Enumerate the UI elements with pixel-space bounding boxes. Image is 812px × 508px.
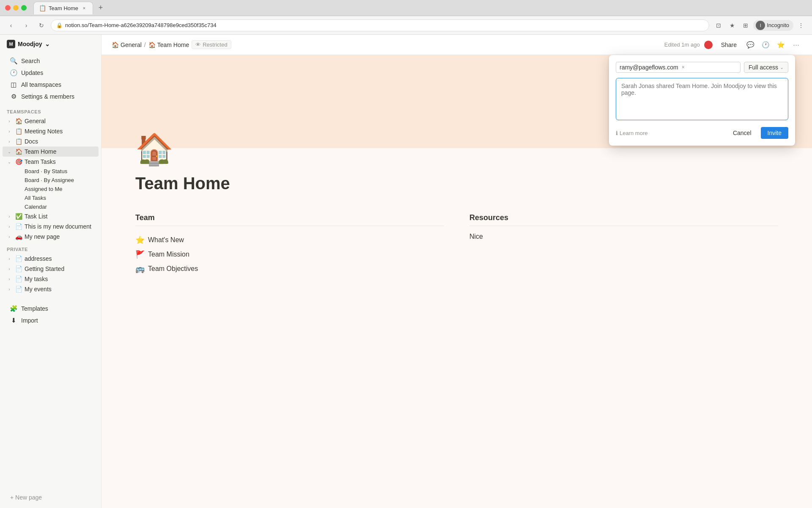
chip-close-button[interactable]: × — [682, 64, 685, 70]
learn-more-link[interactable]: ℹ Learn more — [616, 130, 647, 136]
refresh-button[interactable]: ↻ — [36, 19, 47, 31]
sidebar-item-teamspaces-label: All teamspaces — [21, 81, 61, 88]
page-title: Team Home — [135, 174, 778, 193]
sidebar-item-import[interactable]: ⬇ Import — [3, 315, 99, 326]
sidebar-item-getting-started[interactable]: › 📄 Getting Started — [3, 264, 99, 274]
sidebar: M Moodjoy ⌄ 🔍 Search 🕐 Updates ◫ All tea… — [0, 35, 102, 508]
favorite-button[interactable]: ⭐ — [775, 39, 787, 51]
sidebar-item-search[interactable]: 🔍 Search — [3, 55, 99, 67]
screen-cast-icon[interactable]: ⊡ — [713, 19, 724, 31]
chevron-right-icon: › — [6, 224, 13, 229]
comment-button[interactable]: 💬 — [744, 39, 756, 51]
history-button[interactable]: 🕐 — [760, 39, 771, 51]
team-mission-label: Team Mission — [148, 251, 189, 258]
getting-started-icon: 📄 — [14, 265, 23, 272]
teamspaces-icon: ◫ — [9, 81, 18, 88]
sidebar-item-calendar[interactable]: Calendar — [3, 202, 99, 211]
sidebar-item-board-by-assignee[interactable]: Board · By Assignee — [3, 176, 99, 185]
new-page-button[interactable]: + New page — [7, 492, 94, 503]
browser-titlebar: 📋 Team Home × + — [0, 0, 812, 16]
general-icon: 🏠 — [14, 118, 23, 124]
access-chevron-icon: ⌄ — [780, 65, 784, 70]
sidebar-item-settings[interactable]: ⚙ Settings & members — [3, 91, 99, 102]
all-tasks-label: All Tasks — [25, 195, 46, 201]
more-options-button[interactable]: ⋮ — [795, 19, 807, 31]
import-label: Import — [21, 317, 38, 324]
sidebar-item-templates[interactable]: 🧩 Templates — [3, 303, 99, 315]
breadcrumb-team-home[interactable]: 🏠 Team Home — [148, 41, 189, 48]
avatar-stack — [703, 40, 713, 50]
sidebar-item-meeting-notes[interactable]: › 📋 Meeting Notes — [3, 126, 99, 136]
tab-close-button[interactable]: × — [81, 5, 88, 11]
email-chip-text: ramy@pageflows.com — [620, 64, 678, 71]
whats-new-link[interactable]: ⭐ What's New — [135, 233, 444, 247]
general-label: General — [25, 118, 46, 124]
invite-footer-buttons: Cancel Invite — [727, 127, 788, 139]
invite-popover: ramy@pageflows.com × Full access ⌄ ℹ Lea… — [609, 55, 795, 146]
restricted-badge[interactable]: 👁 Restricted — [192, 40, 231, 49]
chevron-down-icon: ⌄ — [6, 160, 13, 164]
tab-bar: 📋 Team Home × + — [33, 0, 107, 16]
chevron-right-icon: › — [6, 119, 13, 124]
sidebar-item-new-doc[interactable]: › 📄 This is my new document — [3, 221, 99, 232]
share-button[interactable]: Share — [717, 40, 741, 50]
more-options-button[interactable]: ⋯ — [790, 39, 802, 51]
my-new-page-label: My new page — [25, 233, 60, 240]
access-dropdown[interactable]: Full access ⌄ — [744, 62, 788, 73]
sidebar-item-addresses[interactable]: › 📄 addresses — [3, 254, 99, 264]
browser-toolbar: ‹ › ↻ 🔒 notion.so/Team-Home-a626e39209a7… — [0, 16, 812, 35]
cancel-button[interactable]: Cancel — [727, 127, 757, 139]
sidebar-item-assigned-to-me[interactable]: Assigned to Me — [3, 185, 99, 193]
sidebar-item-my-events[interactable]: › 📄 My events — [3, 284, 99, 294]
invite-button[interactable]: Invite — [761, 127, 788, 139]
resources-column-title: Resources — [469, 213, 778, 226]
sidebar-item-task-list[interactable]: › ✅ Task List — [3, 211, 99, 221]
new-tab-button[interactable]: + — [95, 2, 107, 14]
breadcrumb: 🏠 General / 🏠 Team Home 👁 Restricted — [112, 40, 231, 49]
team-objectives-link[interactable]: 🚌 Team Objectives — [135, 262, 444, 276]
team-objectives-icon: 🚌 — [135, 264, 145, 273]
sidebar-item-updates[interactable]: 🕐 Updates — [3, 67, 99, 79]
team-mission-link[interactable]: 🚩 Team Mission — [135, 247, 444, 262]
invite-message-input[interactable] — [616, 78, 788, 120]
team-mission-icon: 🚩 — [135, 250, 145, 259]
close-window-button[interactable] — [5, 5, 11, 11]
sidebar-item-team-tasks[interactable]: ⌄ 🎯 Team Tasks — [3, 157, 99, 167]
extension-icon[interactable]: ⊞ — [740, 19, 752, 31]
page-header: 🏠 General / 🏠 Team Home 👁 Restricted Edi… — [102, 35, 812, 55]
private-section-title: Private — [0, 242, 101, 254]
sidebar-item-all-teamspaces[interactable]: ◫ All teamspaces — [3, 79, 99, 91]
sidebar-item-my-new-page[interactable]: › 🚗 My new page — [3, 232, 99, 242]
docs-icon: 📋 — [14, 138, 23, 145]
teamspaces-section-title: Teamspaces — [0, 104, 101, 116]
sidebar-item-my-tasks[interactable]: › 📄 My tasks — [3, 274, 99, 284]
sidebar-item-general[interactable]: › 🏠 General — [3, 116, 99, 126]
addresses-label: addresses — [25, 255, 52, 262]
sidebar-item-all-tasks[interactable]: All Tasks — [3, 193, 99, 202]
getting-started-label: Getting Started — [25, 265, 64, 272]
sidebar-item-team-home[interactable]: ⌄ 🏠 Team Home — [3, 146, 99, 157]
new-page-label: + New page — [10, 494, 42, 501]
email-chip[interactable]: ramy@pageflows.com × — [616, 62, 741, 73]
back-button[interactable]: ‹ — [5, 19, 17, 31]
task-list-label: Task List — [25, 213, 47, 220]
forward-button[interactable]: › — [20, 19, 32, 31]
maximize-window-button[interactable] — [21, 5, 27, 11]
browser-tab[interactable]: 📋 Team Home × — [33, 2, 93, 14]
updates-icon: 🕐 — [9, 69, 18, 77]
minimize-window-button[interactable] — [13, 5, 19, 11]
sidebar-nav: 🔍 Search 🕐 Updates ◫ All teamspaces ⚙ Se… — [0, 53, 101, 104]
team-column: Team ⭐ What's New 🚩 Team Mission 🚌 — [135, 213, 444, 276]
address-bar[interactable]: 🔒 notion.so/Team-Home-a626e39209a748798e… — [51, 19, 709, 31]
sidebar-item-docs[interactable]: › 📋 Docs — [3, 136, 99, 146]
import-icon: ⬇ — [9, 317, 18, 324]
profile-button[interactable]: I Incognito — [753, 20, 793, 31]
bookmark-icon[interactable]: ★ — [726, 19, 738, 31]
docs-label: Docs — [25, 138, 38, 145]
breadcrumb-general[interactable]: 🏠 General — [112, 41, 142, 48]
team-column-title: Team — [135, 213, 444, 226]
my-new-page-icon: 🚗 — [14, 233, 23, 240]
workspace-selector[interactable]: M Moodjoy ⌄ — [7, 40, 50, 48]
resources-content: Nice — [469, 233, 778, 240]
sidebar-item-board-by-status[interactable]: Board · By Status — [3, 167, 99, 176]
